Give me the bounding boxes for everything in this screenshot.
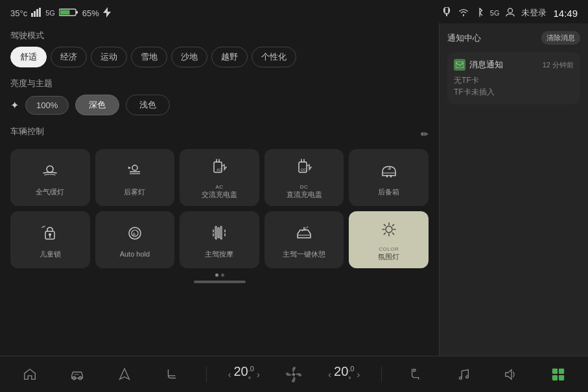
svg-rect-1 [34,11,36,17]
left-temp-display: 20 .0° [233,364,253,384]
right-temp-control: ‹ 20 .0° › [328,364,360,384]
mode-btn-sand[interactable]: 沙地 [171,47,207,67]
svg-point-31 [413,369,416,371]
nav-home[interactable] [17,367,43,382]
mode-btn-snow[interactable]: 雪地 [131,47,167,67]
svg-point-26 [386,226,392,233]
brightness-section: 亮度与主题 ✦ 100% 深色 浅色 [10,78,429,115]
svg-rect-35 [558,368,563,373]
dc-charge-badge: DC [300,184,309,190]
svg-text:AC: AC [217,168,222,172]
clear-notifications-button[interactable]: 清除消息 [541,31,580,45]
vehicle-control-header: 车辆控制 ✏ [10,126,429,143]
page-dots [10,273,429,277]
fan-auto-label: // [292,377,296,384]
ctrl-ambient-light[interactable]: COLOR 氛围灯 [349,211,429,268]
control-grid-row2: 儿童锁 A Auto hold [10,211,429,268]
rest-icon: z z [295,224,313,246]
ctrl-rest[interactable]: z z 主驾一键休憩 [265,211,344,268]
notification-panel: 通知中心 清除消息 消息通知 12 分钟前 无TF卡 TF卡未插入 [439,23,588,356]
theme-light-btn[interactable]: 浅色 [126,95,170,115]
ac-charge-label: 交流充电盖 [202,190,237,200]
ctrl-auto-hold[interactable]: A Auto hold [95,211,175,268]
mode-btn-comfort[interactable]: 舒适 [10,47,47,67]
fog-all-icon [41,161,59,183]
svg-rect-11 [449,8,450,12]
main-content: 驾驶模式 舒适 经济 运动 雪地 沙地 越野 个性化 亮度与主题 ✦ 100% … [0,23,588,356]
ctrl-trunk[interactable]: 后备箱 [349,149,429,206]
user-icon [506,8,515,19]
ac-charge-badge: AC [215,184,223,190]
notification-header: 通知中心 清除消息 [447,31,580,45]
svg-rect-37 [558,375,563,380]
nav-fan[interactable]: // [281,367,307,382]
left-panel: 驾驶模式 舒适 经济 运动 雪地 沙地 越野 个性化 亮度与主题 ✦ 100% … [0,23,439,356]
vehicle-control-title: 车辆控制 [10,126,44,137]
driving-mode-section: 驾驶模式 舒适 经济 运动 雪地 沙地 越野 个性化 [10,30,429,67]
user-status: 未登录 [521,7,547,19]
notification-item[interactable]: 消息通知 12 分钟前 无TF卡 TF卡未插入 [447,52,580,104]
left-temp-increase[interactable]: › [257,369,260,380]
child-lock-icon [41,224,59,246]
temperature-display: 35°c [10,8,27,18]
control-grid-row1: 全气缓灯 后雾灯 [10,149,429,206]
trunk-label: 后备箱 [378,187,399,197]
nav-seat[interactable] [159,367,185,382]
auto-hold-icon: A [126,224,144,246]
svg-text:A: A [132,232,135,236]
ambient-label: 氛围灯 [378,252,399,262]
battery-percent: 65% [82,8,99,18]
left-temp-control: ‹ 20 .0° › [228,364,260,384]
left-temp-decrease[interactable]: ‹ [228,369,231,380]
dot-1 [215,273,218,277]
svg-rect-9 [446,14,447,16]
brightness-icon: ✦ [10,99,19,111]
mode-btn-sport[interactable]: 运动 [91,47,127,67]
massage-icon [210,224,228,246]
signal-icon [31,8,41,19]
svg-point-13 [47,166,53,172]
charging-icon [103,7,111,19]
ctrl-child-lock[interactable]: 儿童锁 [10,211,90,268]
ambient-light-icon [380,220,398,242]
right-temp-decrease[interactable]: ‹ [328,369,331,380]
battery-icon [59,8,78,19]
notification-item-header: 消息通知 12 分钟前 [454,59,574,71]
theme-dark-btn[interactable]: 深色 [75,95,119,115]
right-temp-value: 20 [334,364,348,379]
ctrl-ac-charge[interactable]: AC AC 交流充电盖 [180,149,259,206]
left-temp-value: 20 [233,364,248,379]
right-temp-display: 20 .0° [334,364,354,384]
massage-label: 主驾按摩 [205,249,233,259]
ctrl-dc-charge[interactable]: DC DC 直流充电盖 [265,149,344,206]
ctrl-fog-all[interactable]: 全气缓灯 [10,149,90,206]
dc-charge-icon: DC [295,158,313,180]
nav-divider-2 [381,367,382,382]
status-right: 5G 未登录 14:49 [442,7,578,19]
rear-fog-icon [126,161,144,183]
driving-mode-title: 驾驶模式 [10,30,429,41]
nav-seat-adjust[interactable] [403,367,429,382]
nav-navigate[interactable] [112,367,137,382]
notification-name-text: 消息通知 [469,59,503,71]
brightness-value: 100% [25,96,69,115]
nav-car[interactable] [64,367,90,382]
mode-btn-offroad[interactable]: 越野 [211,47,248,67]
swipe-handle [194,281,246,283]
nav-apps[interactable] [545,367,571,382]
auto-hold-label: Auto hold [120,250,150,258]
nav-volume[interactable] [498,367,524,382]
dot-2 [221,273,224,277]
nav-music[interactable] [451,367,476,382]
mode-btn-custom[interactable]: 个性化 [252,47,296,67]
bottom-nav: ‹ 20 .0° › // ‹ 20 .0° › [0,356,588,392]
ctrl-massage[interactable]: 主驾按摩 [180,211,259,268]
notification-line1: 无TF卡 [454,75,574,86]
edit-icon[interactable]: ✏ [421,129,429,139]
svg-marker-7 [103,7,111,17]
right-temp-increase[interactable]: › [357,369,360,380]
ctrl-rear-fog[interactable]: 后雾灯 [95,149,175,206]
notification-line2: TF卡未插入 [454,86,574,98]
svg-rect-10 [443,8,445,12]
mode-btn-eco[interactable]: 经济 [51,47,87,67]
